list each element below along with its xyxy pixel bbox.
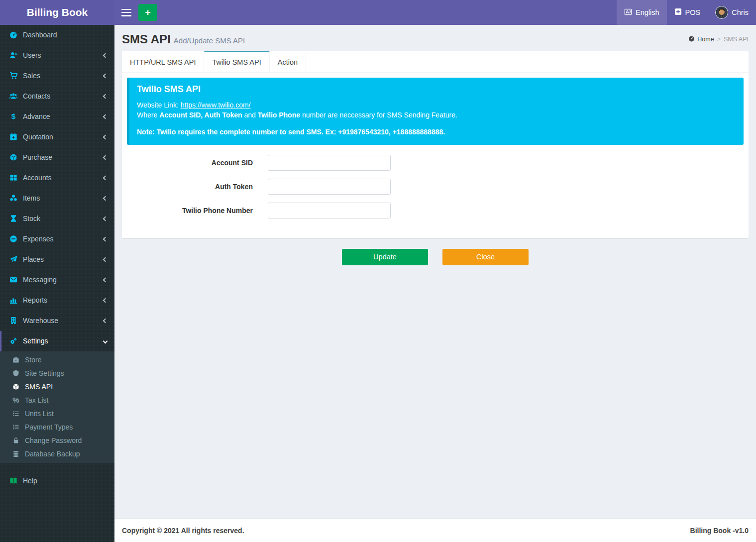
where-text: and: [242, 111, 258, 119]
where-text: Where: [137, 111, 159, 119]
chevron-left-icon: [103, 257, 108, 262]
lock-icon: [12, 437, 20, 444]
user-menu[interactable]: Chris: [708, 0, 756, 25]
chevron-left-icon: [103, 318, 108, 323]
breadcrumb-home-label: Home: [697, 36, 714, 43]
submenu-item-label: Payment Types: [25, 423, 73, 431]
top-navbar: + English: [114, 0, 756, 25]
list-icon: [12, 424, 20, 431]
cart-icon: [9, 72, 18, 80]
building-icon: [9, 317, 18, 325]
sidebar-item-label: Accounts: [23, 174, 52, 182]
sidebar-item-users[interactable]: Users: [0, 45, 114, 66]
auth-token-label: Auth Token: [127, 183, 268, 191]
auth-token-input[interactable]: [268, 179, 391, 195]
submenu-item-database-backup[interactable]: Database Backup: [0, 447, 114, 460]
chevron-left-icon: [103, 277, 108, 282]
tab-twilio-sms-api[interactable]: Twilio SMS API: [204, 51, 269, 72]
chevron-left-icon: [103, 236, 108, 241]
sidebar-item-quotation[interactable]: Quotation: [0, 127, 114, 147]
form-actions: Update Close: [114, 249, 756, 265]
user-avatar: [715, 6, 728, 19]
twilio-form: Account SID Auth Token Twilio Phone Numb…: [127, 145, 744, 218]
dashboard-icon: [688, 35, 695, 43]
language-menu[interactable]: English: [617, 0, 667, 25]
sidebar-item-purchase[interactable]: Purchase: [0, 147, 114, 168]
tab-bar: HTTP/URL SMS API Twilio SMS API Action: [122, 51, 749, 73]
breadcrumb-current: SMS API: [724, 36, 749, 43]
sidebar-item-contacts[interactable]: Contacts: [0, 86, 114, 107]
chevron-left-icon: [103, 298, 108, 303]
main-footer: Copyright © 2021 All rights reserved. Bi…: [114, 519, 756, 542]
sidebar-item-accounts[interactable]: Accounts: [0, 168, 114, 188]
chevron-left-icon: [103, 216, 108, 221]
chevron-down-icon: [103, 338, 108, 343]
sidebar-item-label: Messaging: [23, 276, 57, 284]
chevron-left-icon: [103, 53, 108, 58]
submenu-item-site-settings[interactable]: Site Settings: [0, 366, 114, 380]
sidebar-item-sales[interactable]: Sales: [0, 66, 114, 86]
database-icon: [12, 450, 20, 457]
breadcrumb-home-link[interactable]: Home: [688, 35, 714, 43]
update-button[interactable]: Update: [342, 249, 428, 265]
twilio-website-link[interactable]: https://www.twilio.com/: [181, 101, 251, 109]
close-button[interactable]: Close: [442, 249, 529, 265]
tab-content: Twilio SMS API Website Link: https://www…: [122, 73, 749, 238]
copyright-text: Copyright © 2021 All rights reserved.: [122, 527, 244, 535]
sidebar-item-reports[interactable]: Reports: [0, 290, 114, 311]
shield-icon: [12, 370, 20, 377]
briefcase-icon: [12, 356, 20, 363]
where-bold-fields: Account SID, Auth Token: [159, 111, 242, 119]
content-wrapper: SMS APIAdd/Update SMS API Home > SMS API…: [114, 25, 756, 542]
sidebar-item-settings[interactable]: Settings: [0, 331, 114, 351]
sidebar-item-label: Sales: [23, 72, 40, 80]
users-icon: [9, 92, 18, 100]
sidebar-item-places[interactable]: Places: [0, 249, 114, 270]
submenu-item-store[interactable]: Store: [0, 353, 114, 366]
account-sid-input[interactable]: [268, 155, 391, 171]
twilio-phone-number-label: Twilio Phone Number: [127, 207, 268, 215]
form-row: Account SID: [127, 155, 744, 171]
submenu-item-label: Database Backup: [25, 450, 80, 458]
brand-logo[interactable]: Billing Book: [0, 0, 114, 25]
tab-action[interactable]: Action: [270, 51, 306, 72]
form-row: Twilio Phone Number: [127, 203, 744, 218]
sidebar-item-advance[interactable]: $ Advance: [0, 107, 114, 127]
form-row: Auth Token: [127, 179, 744, 195]
callout-note: Note: Twilio requires the complete numbe…: [137, 127, 736, 137]
submenu-item-change-password[interactable]: Change Password: [0, 434, 114, 447]
callout-title: Twilio SMS API: [137, 84, 736, 95]
sidebar-item-messaging[interactable]: Messaging: [0, 270, 114, 290]
hamburger-icon: [121, 12, 131, 13]
where-text: number are neccessary for SMS Sending Fe…: [300, 111, 457, 119]
chevron-left-icon: [103, 94, 108, 99]
quick-add-button[interactable]: +: [138, 4, 157, 21]
sidebar-item-dashboard[interactable]: Dashboard: [0, 25, 114, 45]
sidebar-toggle-button[interactable]: [121, 9, 131, 16]
sidebar-item-help[interactable]: Help: [0, 471, 114, 491]
cubes-icon: [9, 194, 18, 202]
chevron-left-icon: [103, 134, 108, 139]
sidebar-item-label: Items: [23, 194, 40, 202]
user-plus-icon: [9, 51, 18, 59]
sidebar-item-expenses[interactable]: Expenses: [0, 229, 114, 249]
breadcrumb: Home > SMS API: [688, 35, 749, 43]
sidebar-item-label: Contacts: [23, 92, 50, 100]
sidebar-item-stock[interactable]: Stock: [0, 209, 114, 229]
callout-website-line: Website Link: https://www.twilio.com/: [137, 101, 736, 110]
submenu-item-sms-api[interactable]: SMS API: [0, 380, 114, 393]
chevron-left-icon: [103, 155, 108, 160]
sidebar-item-items[interactable]: Items: [0, 188, 114, 209]
submenu-item-tax-list[interactable]: % Tax List: [0, 393, 114, 407]
tab-http-url-sms-api[interactable]: HTTP/URL SMS API: [122, 51, 204, 72]
sidebar-item-label: Warehouse: [23, 317, 58, 325]
twilio-phone-number-input[interactable]: [268, 203, 391, 218]
calendar-plus-icon: [9, 133, 18, 141]
sms-api-panel: HTTP/URL SMS API Twilio SMS API Action T…: [122, 51, 749, 238]
page-subtitle: Add/Update SMS API: [174, 36, 245, 45]
submenu-item-payment-types[interactable]: Payment Types: [0, 420, 114, 434]
website-link-prefix: Website Link:: [137, 101, 181, 109]
submenu-item-units-list[interactable]: Units List: [0, 407, 114, 420]
pos-menu[interactable]: POS: [667, 0, 708, 25]
sidebar-item-warehouse[interactable]: Warehouse: [0, 311, 114, 331]
